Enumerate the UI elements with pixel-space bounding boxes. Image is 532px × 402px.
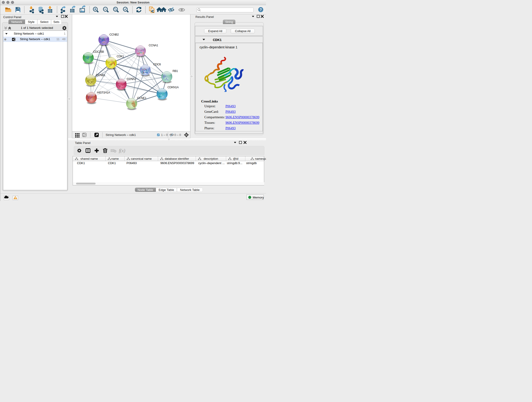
svg-text:HIST1H1A: HIST1H1A [97, 91, 110, 94]
svg-text:?: ? [260, 8, 262, 12]
svg-text:CDKN1A: CDKN1A [167, 85, 179, 89]
svg-text:CCNE1: CCNE1 [137, 96, 146, 100]
svg-text:String Network – cdk1: String Network – cdk1 [106, 133, 136, 137]
svg-text:RB1: RB1 [172, 69, 178, 73]
svg-text:CCNA2: CCNA2 [127, 77, 136, 81]
svg-text:CCNB1: CCNB1 [96, 73, 105, 77]
svg-text:CDC6: CDC6 [153, 63, 161, 66]
svg-text:f(x): f(x) [119, 148, 125, 153]
svg-text:0 – 0: 0 – 0 [174, 133, 181, 137]
svg-text:CCNA1: CCNA1 [149, 44, 158, 47]
svg-text:CDK1: CDK1 [117, 55, 124, 58]
svg-text:1 – 0: 1 – 0 [161, 133, 168, 137]
svg-text:CCNB2: CCNB2 [109, 33, 119, 36]
svg-text:CDC25B: CDC25B [93, 50, 104, 53]
